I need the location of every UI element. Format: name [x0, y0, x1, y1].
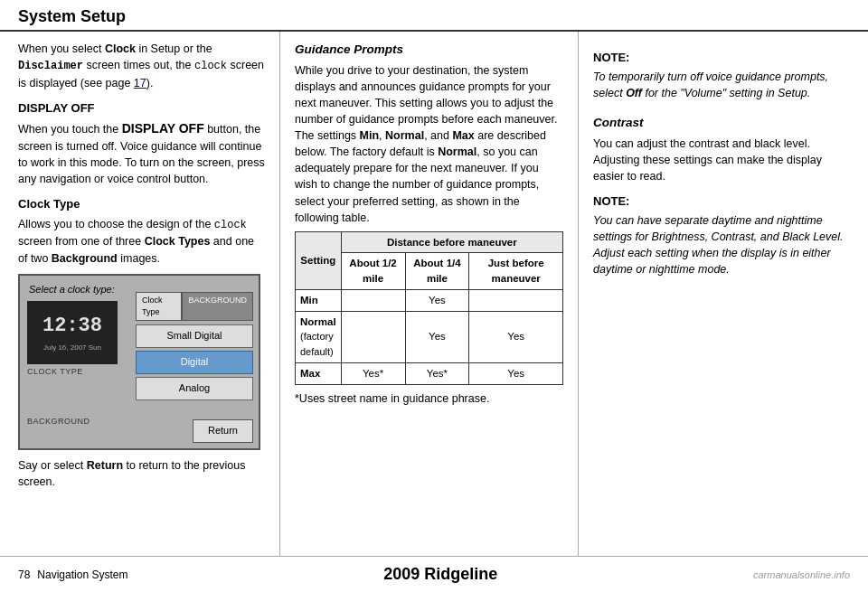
- clock-display: 12:38 July 16, 2007 Sun: [27, 301, 118, 364]
- clock-date: July 16, 2007 Sun: [43, 343, 101, 353]
- note1-rest: for the "Volume" setting in Setup.: [642, 87, 810, 99]
- normal-bold2: Normal: [438, 146, 476, 158]
- display-off-bold: DISPLAY OFF: [122, 121, 204, 136]
- contrast-paragraph: You can adjust the contrast and black le…: [593, 136, 854, 184]
- max-bold: Max: [452, 129, 474, 142]
- footer-left: 78 Navigation System: [18, 569, 127, 581]
- table-row-max: Max Yes* Yes* Yes: [296, 363, 563, 385]
- clock-type-text2: screen from one of three: [18, 235, 145, 248]
- note1-paragraph: To temporarily turn off voice guidance p…: [593, 69, 854, 101]
- table-cell-max-just: Yes: [469, 363, 563, 385]
- table-row-normal: Normal(factorydefault) Yes Yes: [296, 311, 563, 363]
- clock-time: 12:38: [42, 312, 102, 341]
- intro-paragraph: When you select Clock in Setup or the Di…: [18, 41, 265, 91]
- guidance-text3: , and: [424, 129, 452, 142]
- table-cell-normal-label: Normal(factorydefault): [296, 311, 342, 363]
- note2-paragraph: You can have separate daytime and nightt…: [593, 212, 854, 278]
- intro-text: When you select: [18, 42, 105, 55]
- clock-bold: Clock: [105, 42, 136, 55]
- left-column: When you select Clock in Setup or the Di…: [0, 32, 280, 556]
- footer-center: 2009 Ridgeline: [127, 565, 753, 584]
- say-text: Say or select: [18, 459, 87, 472]
- background-tab[interactable]: BACKGROUND: [182, 292, 253, 321]
- small-digital-btn[interactable]: Small Digital: [136, 324, 253, 348]
- clock-mono: clock: [194, 60, 227, 72]
- table-cell-min-label: Min: [296, 289, 342, 311]
- table-cell-min-quarter: Yes: [405, 289, 469, 311]
- display-off-text: When you touch the: [18, 123, 122, 136]
- clock-type-text1: Allows you to choose the design of the: [18, 218, 214, 230]
- table-cell-max-quarter: Yes*: [405, 363, 469, 385]
- clock-panel-header: Clock Type BACKGROUND: [136, 292, 253, 321]
- page-number: 78: [18, 569, 30, 581]
- content-area: When you select Clock in Setup or the Di…: [0, 32, 868, 556]
- table-subheader-just: Just before maneuver: [469, 253, 563, 289]
- clock-types-bold: Clock Types: [145, 235, 211, 248]
- page-footer: 78 Navigation System 2009 Ridgeline carm…: [0, 556, 868, 592]
- table-header-setting: Setting: [296, 231, 342, 289]
- table-cell-normal-just: Yes: [469, 311, 563, 363]
- normal-bold: Normal: [385, 129, 424, 142]
- table-header-distance: Distance before maneuver: [341, 231, 562, 253]
- table-subheader-quarter: About 1/4 mile: [405, 253, 469, 289]
- clock-panel: Clock Type BACKGROUND Small Digital Digi…: [136, 292, 253, 403]
- note2-heading: NOTE:: [593, 193, 854, 211]
- table-subheader-half: About 1/2 mile: [341, 253, 405, 289]
- clock-screen-image: Select a clock type: 12:38 July 16, 2007…: [18, 274, 260, 450]
- contrast-heading: Contrast: [593, 114, 854, 132]
- analog-btn[interactable]: Analog: [136, 377, 253, 400]
- background-label: BACKGROUND: [27, 416, 90, 428]
- off-bold: Off: [626, 87, 642, 99]
- intro-text2: in Setup or the: [136, 42, 212, 55]
- page-title: System Setup: [18, 7, 850, 26]
- table-cell-min-just: [469, 289, 563, 311]
- page-header: System Setup: [0, 0, 868, 32]
- page-ref[interactable]: 17: [134, 77, 146, 89]
- table-cell-normal-quarter: Yes: [405, 311, 469, 363]
- clock-type-heading: Clock Type: [18, 196, 265, 213]
- footer-right: carmanualsonline.info: [753, 569, 850, 581]
- page-container: System Setup When you select Clock in Se…: [0, 0, 868, 592]
- clock-screen-inner: Select a clock type: 12:38 July 16, 2007…: [20, 276, 259, 448]
- right-column: NOTE: To temporarily turn off voice guid…: [579, 32, 868, 556]
- display-off-paragraph: When you touch the DISPLAY OFF button, t…: [18, 119, 265, 187]
- display-off-heading: DISPLAY OFF: [18, 100, 265, 117]
- clock-type-text4: images.: [118, 252, 160, 265]
- intro-text3: screen times out, the: [83, 59, 194, 71]
- watermark-text: carmanualsonline.info: [753, 569, 850, 580]
- note1-heading: NOTE:: [593, 50, 854, 67]
- table-cell-min-half: [341, 289, 405, 311]
- guidance-paragraph: While you drive to your destination, the…: [295, 62, 563, 226]
- nav-system-label: Navigation System: [37, 569, 127, 581]
- guidance-table: Setting Distance before maneuver About 1…: [295, 231, 563, 385]
- table-cell-max-half: Yes*: [341, 363, 405, 385]
- table-row-min: Min Yes: [296, 289, 563, 311]
- footnote: *Uses street name in guidance phrase.: [295, 390, 563, 407]
- intro-text5: ).: [146, 77, 154, 89]
- middle-column: Guidance Prompts While you drive to your…: [280, 32, 579, 556]
- background-bold: Background: [52, 252, 118, 265]
- clock-type-label: CLOCK TYPE: [27, 366, 83, 378]
- clock-type-mono: clock: [214, 219, 247, 231]
- clock-type-paragraph: Allows you to choose the design of the c…: [18, 216, 265, 267]
- clock-type-tab[interactable]: Clock Type: [136, 292, 182, 321]
- say-select-paragraph: Say or select Return to return to the pr…: [18, 457, 265, 490]
- table-cell-normal-half: [341, 311, 405, 363]
- return-button[interactable]: Return: [193, 419, 253, 443]
- guidance-heading: Guidance Prompts: [295, 41, 563, 59]
- clock-select-label: Select a clock type:: [29, 283, 115, 297]
- min-bold: Min: [360, 129, 380, 142]
- digital-btn[interactable]: Digital: [136, 351, 253, 374]
- return-bold: Return: [87, 459, 123, 472]
- footer-model: 2009 Ridgeline: [383, 565, 497, 583]
- table-cell-max-label: Max: [296, 363, 342, 385]
- disclaimer-text: Disclaimer: [18, 60, 83, 72]
